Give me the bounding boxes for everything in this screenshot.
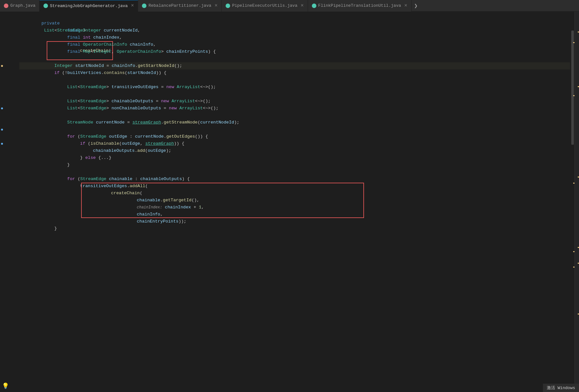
debug-indicator-19: ● [1, 140, 3, 147]
code-line-23: for (StreamEdge chainable : chainableOut… [19, 169, 570, 176]
gutter-line-26 [0, 190, 17, 197]
gutter-line-24 [0, 176, 17, 183]
code-line-13: List<StreamEdge> nonChainableOutputs = n… [19, 98, 570, 105]
minimap-marker-6 [578, 314, 579, 315]
minimap-marker-3 [578, 177, 579, 178]
code-line-4: final OperatorChainInfo chainInfo, [19, 34, 570, 41]
gutter-line-7 [0, 55, 17, 62]
tab-streaming-job[interactable]: StreamingJobGraphGenerator.java × [40, 0, 138, 12]
gutter-line-27 [0, 197, 17, 204]
tab-flink-pipeline[interactable]: FlinkPipelineTranslationUtil.java × [308, 0, 412, 12]
gutter-line-15 [0, 112, 17, 119]
code-line-29: chainEntryPoints)); [19, 211, 570, 218]
tab-label-streaming-job: StreamingJobGraphGenerator.java [50, 4, 128, 8]
minimap-marker-1 [578, 32, 579, 32]
gutter-line-6 [0, 48, 17, 55]
scroll-mark-1 [573, 42, 574, 43]
code-content-area[interactable]: private List<StreamEdge> createChain( fi… [19, 12, 570, 392]
code-line-7: Integer startNodeId = chainInfo.getStart… [19, 55, 570, 62]
gutter-line-19: ● [0, 140, 17, 147]
tab-label-pipeline-executor: PipelineExecutorUtils.java [232, 3, 297, 8]
tab-icon-graph-java [4, 4, 8, 8]
right-panel [574, 12, 579, 392]
gutter-line-23 [0, 169, 17, 176]
scroll-mark-2 [573, 95, 574, 96]
tab-icon-pipeline-executor [226, 4, 230, 8]
tab-graph-java[interactable]: Graph.java [0, 0, 40, 12]
tab-overflow-button[interactable]: ❯ [412, 2, 420, 9]
scroll-mark-4 [573, 251, 574, 252]
main-layout: ● ● ● [0, 12, 579, 392]
code-line-9 [19, 69, 570, 77]
bottom-hint-text: 激活 Windows [543, 384, 579, 392]
gutter-line-5 [0, 41, 17, 48]
tab-bar: Graph.java StreamingJobGraphGenerator.ja… [0, 0, 579, 12]
gutter-line-21 [0, 154, 17, 161]
code-line-18: if (isChainable(outEdge, streamGraph)) { [19, 133, 570, 140]
scroll-thumb[interactable] [571, 31, 574, 145]
tab-close-pipeline-executor[interactable]: × [301, 3, 304, 8]
gutter-line-10 [0, 77, 17, 84]
gutter-line-18 [0, 133, 17, 140]
code-line-28: chainInfo, [19, 204, 570, 211]
gutter-line-2 [0, 20, 17, 27]
code-line-19: chainableOutputs.add(outEdge); [19, 140, 570, 147]
gutter-line-8: ● [0, 62, 17, 69]
gutter-line-13 [0, 98, 17, 105]
tab-icon-flink-pipeline [312, 4, 316, 8]
tab-icon-rebalance [142, 4, 146, 8]
code-line-5: final Map<Integer, OperatorChainInfo> ch… [19, 41, 570, 48]
gutter-line-9 [0, 69, 17, 77]
line-gutter: ● ● ● [0, 12, 19, 392]
code-line-16 [19, 119, 570, 126]
gutter-line-11 [0, 84, 17, 91]
code-line-12: List<StreamEdge> chainableOutputs = new … [19, 91, 570, 98]
code-line-10: List<StreamEdge> transitiveOutEdges = ne… [19, 77, 570, 84]
gutter-line-16 [0, 119, 17, 126]
code-line-6 [19, 48, 570, 55]
nested-call-box-container: createChain( chainable.getTargetId(), ch… [19, 183, 570, 218]
gutter-line-12 [0, 91, 17, 98]
breakpoint-indicator-8: ● [1, 62, 3, 69]
tab-icon-streaming-job [43, 4, 48, 8]
tab-close-rebalance[interactable]: × [215, 3, 218, 8]
code-line-27: chainIndex: chainIndex + 1, [19, 197, 570, 204]
gutter-line-25 [0, 183, 17, 190]
code-line-3: final int chainIndex, [19, 27, 570, 34]
code-line-20: } else {...} [19, 147, 570, 154]
gutter-line-1 [0, 13, 17, 20]
code-line-14 [19, 105, 570, 112]
gutter-line-4 [0, 34, 17, 41]
tab-rebalance[interactable]: RebalancePartitioner.java × [138, 0, 222, 12]
tab-close-flink-pipeline[interactable]: × [404, 3, 407, 8]
scrollbar[interactable] [570, 12, 574, 392]
gutter-line-28 [0, 204, 17, 211]
debug-indicator-17: ● [1, 126, 3, 133]
gutter-line-3 [0, 27, 17, 34]
tab-pipeline-executor[interactable]: PipelineExecutorUtils.java × [222, 0, 308, 12]
code-line-17: for (StreamEdge outEdge : currentNode.ge… [19, 126, 570, 133]
minimap-marker-5 [578, 263, 579, 264]
gutter-line-29 [0, 211, 17, 218]
gutter-line-14: ● [0, 105, 17, 112]
code-line-25: createChain( [19, 183, 570, 190]
code-line-15: StreamNode currentNode = streamGraph.get… [19, 112, 570, 119]
code-line-22 [19, 161, 570, 169]
scroll-mark-5 [573, 267, 574, 268]
code-line-11 [19, 84, 570, 91]
gutter-line-30 [0, 218, 17, 225]
tab-label-graph-java: Graph.java [10, 3, 35, 8]
gutter-line-20 [0, 147, 17, 154]
scroll-mark-3 [573, 183, 574, 184]
code-line-1: private List<StreamEdge> createChain( [19, 13, 570, 20]
debug-indicator-14: ● [1, 105, 3, 112]
code-line-24: transitiveOutEdges.addAll( [19, 176, 570, 183]
tab-label-rebalance: RebalancePartitioner.java [148, 3, 211, 8]
code-line-2: final Integer currentNodeId, [19, 20, 570, 27]
minimap-marker-2 [578, 86, 579, 87]
gutter-line-22 [0, 161, 17, 169]
lightbulb-icon[interactable]: 💡 [2, 382, 9, 389]
code-editor[interactable]: ● ● ● [0, 12, 574, 392]
tab-close-streaming-job[interactable]: × [131, 3, 134, 8]
gutter-line-17: ● [0, 126, 17, 133]
